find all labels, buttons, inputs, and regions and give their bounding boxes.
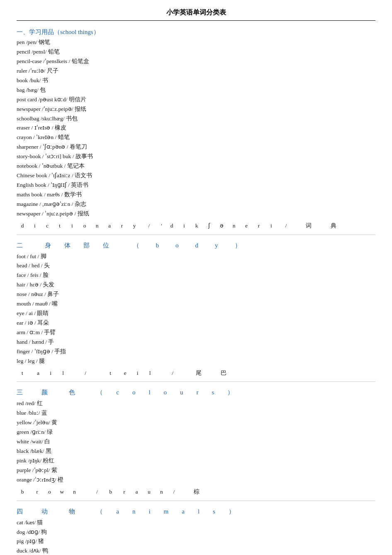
divider-3 [17,501,375,501]
section-4-m: m [164,508,169,515]
word-line: eraser / ɪˈreɪsə / 橡皮 [17,123,375,133]
word-line: magazine / ˌmæɡəˈziːn / 杂志 [17,200,375,209]
word-line: foot / fut / 脚 [17,252,375,262]
section-2: 二 身 体 部 位 （ b o d y ） foot / fut / 脚 hea… [17,237,375,379]
word-line: post card /pəust kɑːd/ 明信片 [17,95,375,105]
section-4-cn: 动 物 [41,508,79,516]
word-line: hand / hænd / 手 [17,337,375,347]
section-3-cn: 颜 色 [41,389,79,396]
word-line: hair / hεə / 头发 [17,280,375,290]
section-4-l: l [198,508,200,515]
section-3-s: s [212,389,214,396]
section-3-o: o [132,389,136,396]
section-1-words: pen /pen/ 钢笔 pencil /pensl/ 铅笔 pencil-ca… [17,38,375,219]
word-line: ruler /ˈruːlə/ 尺子 [17,66,375,76]
section-3-o2: o [164,389,167,396]
word-line: arm / ɑːm / 手臂 [17,328,375,337]
word-line: purple /ˈpəːpl/ 紫 [17,466,375,475]
section-3-r: r [197,389,199,396]
word-line: white /wait/ 白 [17,437,375,447]
section-4-a2: a [182,508,185,515]
section-4-num: 四 [17,508,28,516]
word-line: eye / ai / 眼睛 [17,309,375,318]
section-3-l: l [149,389,150,396]
word-line: orange /ˈɔːrɪndʒ/ 橙 [17,475,375,485]
word-line: duck /dʌk/ 鸭 [17,546,375,555]
word-line: head / hed / 头 [17,261,375,271]
section-4-a: a [116,508,119,515]
section-3-c: c [116,389,119,396]
section-3-u: u [180,389,183,396]
section-3-num: 三 [17,389,28,396]
word-line: pencil-case /ˈpenslkeis / 铅笔盒 [17,57,375,66]
section-1-header: 一、学习用品（school things） [17,28,375,36]
divider-1 [17,235,375,235]
section-2-words: foot / fut / 脚 head / hed / 头 face / fei… [17,252,375,366]
word-line: newspaper / ˈnjuːz.peipə / 报纸 [17,209,375,219]
section-3-split-line: b r o w n / b r a u n / 棕 [17,486,375,498]
word-line: pink /pɪŋk/ 粉红 [17,456,375,466]
section-4-words: cat /kæt/ 猫 dog /dɒɡ/ 狗 pig /pɪɡ/ 猪 duck… [17,518,375,555]
section-2-cn: 身 体 部 位 [45,242,112,249]
section-4-paren1: （ [97,508,103,516]
word-line: finger / ˈfɪŋɡə / 手指 [17,347,375,357]
word-line: pig /pɪɡ/ 猪 [17,537,375,546]
word-line: ear / iə / 耳朵 [17,318,375,328]
word-line: Chinese book / ˈtʃaɪniːz / 语文书 [17,171,375,181]
section-2-split-line: t a i l / t e i l / 尾 巴 [17,367,375,379]
section-2-en6: ） [235,242,241,249]
section-4-paren2: ） [229,508,235,516]
section-1-split-line: d i c t i o n a r y / ' d i k ʃ ə n e r … [17,220,375,232]
word-line: schoolbag /skuːlbæg/ 书包 [17,114,375,124]
section-2-en5: y [215,242,218,249]
section-3: 三 颜 色 （ c o l o u r s ） red /red/ 红 blue… [17,384,375,498]
word-line: black /blæk/ 黑 [17,447,375,456]
section-2-en3: o [175,242,179,249]
word-line: mouth / mauθ / 嘴 [17,299,375,309]
page-title: 小学英语单词分类表 [17,8,375,21]
word-line: sharpener / ˈʃɑːpənə / 卷笔刀 [17,142,375,152]
section-1: 一、学习用品（school things） pen /pen/ 钢笔 penci… [17,28,375,232]
section-3-paren2: ） [227,389,234,396]
word-line: crayon / ˈkreɪən / 蜡笔 [17,133,375,142]
word-line: face / feis / 脸 [17,271,375,280]
word-line: red /red/ 红 [17,399,375,408]
word-line: pencil /pensl/ 铅笔 [17,47,375,57]
word-line: leg / leg / 腿 [17,357,375,366]
section-4-s: s [213,508,215,515]
word-line: pen /pen/ 钢笔 [17,38,375,47]
word-line: notebook / ˈnəutbuk / 笔记本 [17,161,375,171]
section-2-en: （ [133,242,139,249]
section-2-num: 二 [17,242,28,249]
divider-2 [17,381,375,382]
word-line: green /ɡriːn/ 绿 [17,428,375,437]
word-line: book /buk/ 书 [17,76,375,86]
word-line: English book / ˈɪŋɡlɪʃ / 英语书 [17,181,375,190]
section-3-words: red /red/ 红 blue /bluː/ 蓝 yellow /ˈjeləu… [17,399,375,484]
section-4-i: i [149,508,150,515]
section-3-paren1: （ [97,389,103,396]
word-line: newspaper /ˈnjuːz.peipə/ 报纸 [17,105,375,114]
word-line: blue /bluː/ 蓝 [17,408,375,418]
word-line: yellow /ˈjeləu/ 黄 [17,418,375,428]
word-line: story-book / ˈstɔːri] buk / 故事书 [17,152,375,161]
word-line: cat /kæt/ 猫 [17,518,375,528]
word-line: maths book / mæθs / 数学书 [17,190,375,200]
section-2-en4: d [195,242,199,249]
word-line: dog /dɒɡ/ 狗 [17,528,375,537]
word-line: nose / nəuz / 鼻子 [17,290,375,299]
section-4: 四 动 物 （ a n i m a l s ） cat /kæt/ 猫 dog … [17,504,375,555]
word-line: bag /bæg/ 包 [17,86,375,95]
section-4-n: n [132,508,136,515]
section-2-en2: b [156,242,159,249]
